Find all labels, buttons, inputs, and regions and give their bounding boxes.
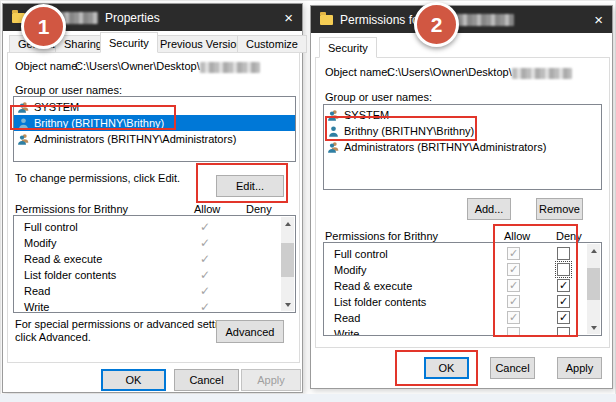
advanced-button-label: Advanced (226, 326, 275, 338)
perm-row-write: Write✓ (14, 299, 295, 313)
object-path-prefix: C:\Users\Owner\Desktop\ (75, 60, 200, 72)
tab-security[interactable]: Security (319, 37, 377, 58)
tab-security-label: Security (109, 37, 149, 49)
redacted-path (512, 68, 572, 79)
perm-label: Write (334, 328, 359, 336)
perm-row-full-control: Full control✓ (14, 219, 295, 235)
scroll-up-icon[interactable] (281, 217, 294, 230)
advanced-hint-line2: click Advanced. (15, 331, 238, 344)
remove-button-label: Remove (539, 203, 580, 215)
allow-checkmark: ✓ (200, 220, 210, 234)
permissions-list[interactable]: Full control✓ Modify✓ Read & execute✓ Li… (13, 215, 296, 313)
perm-label: Full control (24, 221, 78, 233)
tab-security-label: Security (328, 42, 368, 54)
perm-label: Read & execute (334, 280, 412, 292)
list-item-administrators[interactable]: Administrators (BRITHNY\Administrators) (14, 131, 295, 147)
perm-row-read: Read✓ (14, 283, 295, 299)
annotation-box-ok-button (395, 350, 478, 386)
scroll-down-icon[interactable] (281, 298, 294, 311)
scroll-down-icon[interactable] (587, 321, 600, 334)
tab-customize[interactable]: Customize (237, 35, 307, 53)
page-background-strip (0, 394, 616, 402)
group-user-names-label: Group or user names: (325, 91, 432, 103)
ok-button-label: OK (126, 374, 142, 386)
close-icon[interactable]: × (284, 10, 293, 25)
cancel-button-label: Cancel (495, 362, 529, 374)
allow-checkmark: ✓ (200, 268, 210, 282)
close-icon[interactable]: × (594, 12, 603, 27)
scroll-up-icon[interactable] (587, 244, 600, 257)
permissions-title: Permissions for Brithny (325, 230, 438, 242)
scrollbar[interactable] (281, 217, 294, 311)
add-button[interactable]: Add... (467, 198, 511, 220)
properties-dialog: Properties × General Sharing Security Pr… (2, 3, 303, 393)
folder-icon (320, 15, 333, 25)
apply-button[interactable]: Apply (557, 357, 602, 379)
advanced-hint-line1: For special permissions or advanced sett… (15, 318, 238, 331)
permissions-titlebar[interactable]: Permissions for × (311, 6, 612, 33)
add-button-label: Add... (475, 203, 504, 215)
object-name-label: Object name: (15, 60, 80, 72)
annotation-box-edit-button (196, 163, 288, 203)
perm-label: Modify (24, 237, 56, 249)
group-icon (17, 133, 30, 146)
object-path: C:\Users\Owner\Desktop\ (387, 66, 572, 79)
perm-label: List folder contents (24, 269, 116, 281)
user-name: Administrators (BRITHNY\Administrators) (34, 133, 236, 145)
properties-title: Properties (105, 11, 160, 25)
allow-checkmark: ✓ (200, 284, 210, 298)
scroll-thumb[interactable] (281, 243, 294, 277)
perm-row-list-folder: List folder contents✓ (14, 267, 295, 283)
perm-label: Full control (334, 248, 388, 260)
group-icon (327, 141, 340, 154)
allow-checkmark: ✓ (200, 300, 210, 313)
cancel-button-label: Cancel (189, 374, 223, 386)
remove-button[interactable]: Remove (536, 198, 583, 220)
perm-label: Read (24, 285, 50, 297)
allow-checkmark: ✓ (200, 236, 210, 250)
scrollbar[interactable] (587, 244, 600, 334)
object-path: C:\Users\Owner\Desktop\ (75, 60, 260, 73)
object-name-label: Object name: (325, 66, 390, 78)
apply-button[interactable]: Apply (241, 369, 301, 391)
step-badge-2: 2 (414, 2, 459, 47)
permissions-title-text: Permissions for (340, 13, 423, 27)
screenshot-canvas: Properties × General Sharing Security Pr… (0, 0, 616, 402)
step-number: 1 (38, 15, 50, 39)
permissions-title: Permissions for Brithny (15, 203, 128, 215)
redacted-path (200, 62, 260, 73)
annotation-box-brithny-user (325, 116, 477, 141)
cancel-button[interactable]: Cancel (174, 369, 239, 391)
apply-button-label: Apply (566, 362, 594, 374)
annotation-box-allow-deny (493, 224, 578, 337)
advanced-button[interactable]: Advanced (216, 320, 284, 343)
ok-button[interactable]: OK (101, 369, 166, 391)
apply-button-label: Apply (257, 374, 285, 386)
scroll-thumb[interactable] (587, 268, 600, 300)
step-badge-1: 1 (21, 4, 66, 49)
perm-row-modify: Modify✓ (14, 235, 295, 251)
tab-security[interactable]: Security (100, 32, 158, 53)
object-path-prefix: C:\Users\Owner\Desktop\ (387, 66, 512, 78)
tab-sharing-label: Sharing (64, 38, 102, 50)
list-item-administrators[interactable]: Administrators (BRITHNY\Administrators) (324, 139, 601, 155)
perm-label: List folder contents (334, 296, 426, 308)
deny-header: Deny (246, 203, 272, 215)
perm-label: Read (334, 312, 360, 324)
advanced-hint: For special permissions or advanced sett… (15, 318, 238, 344)
user-name: Administrators (BRITHNY\Administrators) (344, 141, 546, 153)
tab-previous-versions-label: Previous Versions (160, 38, 248, 50)
perm-row-read-execute: Read & execute✓ (14, 251, 295, 267)
permissions-dialog: Permissions for × Security Object name: … (310, 5, 613, 389)
group-user-names-label: Group or user names: (15, 84, 122, 96)
step-number: 2 (431, 13, 443, 37)
tab-customize-label: Customize (246, 38, 298, 50)
allow-checkmark: ✓ (200, 252, 210, 266)
allow-header: Allow (194, 203, 220, 215)
cancel-button[interactable]: Cancel (490, 357, 535, 379)
perm-label: Read & execute (24, 253, 102, 265)
edit-hint: To change permissions, click Edit. (15, 172, 180, 184)
perm-label: Modify (334, 264, 366, 276)
annotation-box-selected-user (10, 105, 176, 130)
perm-label: Write (24, 301, 49, 313)
